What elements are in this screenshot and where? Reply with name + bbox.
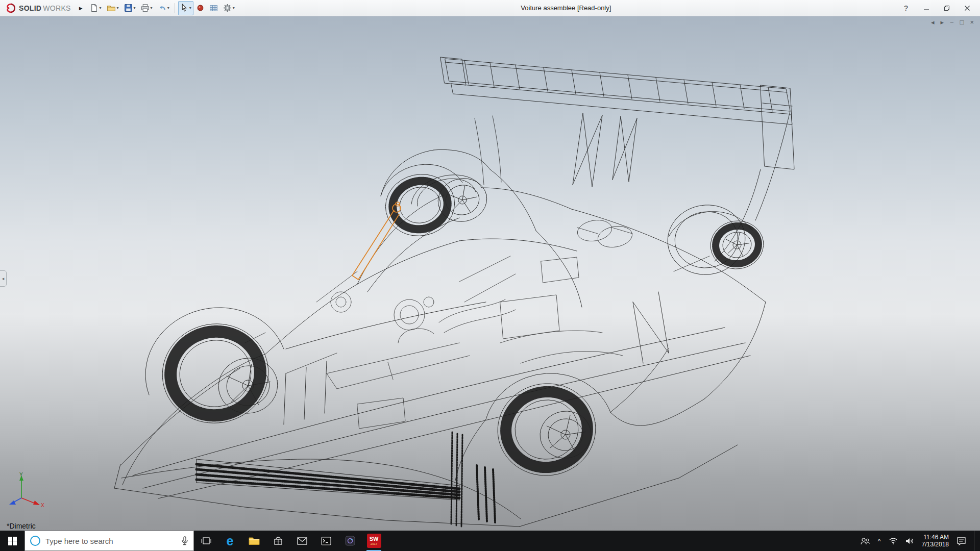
restore-document-icon[interactable]: □: [960, 18, 964, 27]
minimize-button[interactable]: [922, 4, 931, 13]
mail-icon: [297, 537, 307, 545]
dropdown-caret-icon[interactable]: ▾: [189, 6, 191, 10]
dropdown-caret-icon[interactable]: ▾: [233, 6, 235, 10]
printer-icon: [141, 4, 150, 12]
view-orientation-label: *Dimetric: [7, 522, 36, 530]
new-document-button[interactable]: ▾: [88, 1, 104, 15]
dropdown-caret-icon[interactable]: ▾: [134, 6, 136, 10]
windows-taskbar: e: [0, 531, 980, 551]
graphics-viewport[interactable]: ◂ ▸ − □ × ◂ Y X *Dimetric: [0, 16, 980, 531]
open-document-button[interactable]: ▾: [105, 1, 121, 15]
close-document-icon[interactable]: ×: [970, 18, 974, 27]
options-gear-icon: [223, 4, 232, 12]
clock-time: 11:46 AM: [923, 534, 949, 541]
task-view-button[interactable]: [194, 531, 218, 551]
mail-button[interactable]: [290, 531, 314, 551]
solidworks-logo: SOLIDWORKS: [2, 3, 74, 13]
network-icon[interactable]: [889, 537, 898, 544]
solidworks-taskbar-button[interactable]: SW 2017: [362, 531, 386, 551]
red-tool-icon: [197, 4, 204, 12]
window-controls: ?: [895, 4, 978, 13]
command-prompt-button[interactable]: [314, 531, 338, 551]
command-prompt-icon: [321, 537, 331, 545]
left-panel-flyout-tab[interactable]: ◂: [0, 270, 7, 287]
toolbar-separator: [175, 3, 175, 13]
brand-text-works: WORKS: [43, 4, 70, 12]
dropdown-caret-icon[interactable]: ▾: [117, 6, 119, 10]
document-title: Voiture assemblee [Read-only]: [237, 4, 895, 12]
car-interior-lines[interactable]: [245, 116, 709, 429]
collapse-right-pane-icon[interactable]: ▸: [940, 18, 944, 27]
close-icon: [964, 5, 970, 11]
dropdown-caret-icon[interactable]: ▾: [100, 6, 102, 10]
display-settings-button[interactable]: [207, 1, 220, 15]
taskbar-search-box[interactable]: [24, 531, 194, 551]
cortana-icon: [30, 536, 40, 546]
solidworks-swirl-icon: [5, 3, 17, 13]
wheel-front-left[interactable]: [155, 315, 282, 431]
volume-icon[interactable]: [905, 537, 914, 545]
brand-text-solid: SOLID: [19, 4, 41, 12]
save-floppy-icon: [124, 4, 133, 12]
quick-access-toolbar: ▾ ▾ ▾: [88, 1, 237, 15]
wheel-rear-right[interactable]: [663, 200, 767, 280]
clock-date: 7/13/2018: [922, 541, 949, 548]
restore-button[interactable]: [942, 4, 951, 13]
display-settings-icon: [209, 4, 218, 12]
microphone-icon[interactable]: [181, 536, 188, 545]
toolbar-expand-button[interactable]: ►: [74, 5, 88, 11]
restore-down-icon: [944, 5, 950, 11]
wireframe-car-model[interactable]: [0, 16, 980, 531]
taskbar-clock[interactable]: 11:46 AM 7/13/2018: [922, 534, 949, 548]
help-button[interactable]: ?: [901, 4, 911, 13]
front-splitter-mesh[interactable]: [197, 432, 495, 527]
search-input[interactable]: [40, 537, 181, 545]
orientation-triad: Y X: [5, 471, 48, 508]
start-button[interactable]: [0, 531, 24, 551]
flyout-arrow-icon: ◂: [2, 276, 5, 281]
tray-expand-caret-icon[interactable]: ^: [878, 537, 881, 545]
triad-y-label: Y: [19, 472, 23, 478]
undo-arrow-icon: [158, 4, 166, 12]
options-button[interactable]: ▾: [221, 1, 237, 15]
wheel-rear-left[interactable]: [492, 378, 601, 482]
document-window-controls: ◂ ▸ − □ ×: [931, 18, 974, 27]
dropdown-caret-icon[interactable]: ▾: [167, 6, 169, 10]
dark-app-button[interactable]: [338, 531, 362, 551]
select-cursor-icon: [180, 4, 188, 12]
store-button[interactable]: [266, 531, 290, 551]
people-icon[interactable]: [860, 537, 870, 545]
collapse-left-pane-icon[interactable]: ◂: [931, 18, 935, 27]
dark-app-icon: [345, 536, 355, 546]
minimize-icon: [923, 5, 929, 11]
dropdown-caret-icon[interactable]: ▾: [151, 6, 153, 10]
solidworks-2017-icon: SW 2017: [367, 534, 381, 548]
rebuild-tool-button[interactable]: [194, 1, 206, 15]
minimize-document-icon[interactable]: −: [950, 18, 954, 27]
windows-logo-icon: [8, 537, 17, 545]
show-desktop-button[interactable]: [974, 531, 977, 551]
open-folder-icon: [107, 4, 116, 12]
action-center-icon[interactable]: [957, 537, 966, 545]
file-explorer-icon: [249, 536, 260, 545]
undo-button[interactable]: ▾: [156, 1, 172, 15]
print-button[interactable]: ▾: [139, 1, 155, 15]
car-body-lines[interactable]: [120, 111, 790, 485]
edge-icon: e: [227, 535, 234, 547]
title-bar: SOLIDWORKS ► ▾ ▾: [0, 0, 980, 16]
edge-button[interactable]: e: [218, 531, 242, 551]
close-button[interactable]: [963, 4, 972, 13]
save-button[interactable]: ▾: [122, 1, 138, 15]
wheel-front-right[interactable]: [380, 168, 491, 242]
select-tool-button[interactable]: ▾: [178, 1, 193, 15]
system-tray: ^ 11:46 AM 7/13/2018: [857, 531, 980, 551]
file-explorer-button[interactable]: [242, 531, 266, 551]
task-view-icon: [201, 537, 211, 545]
new-document-icon: [90, 4, 99, 12]
store-icon: [274, 536, 283, 545]
solidworks-window: SOLIDWORKS ► ▾ ▾: [0, 0, 980, 551]
triad-x-label: X: [41, 503, 44, 508]
